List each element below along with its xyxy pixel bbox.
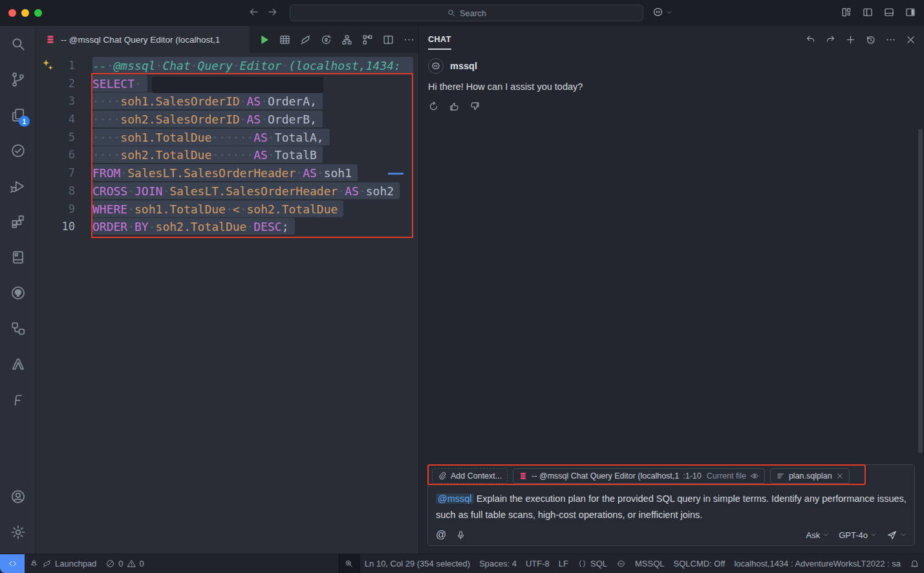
chat-header-actions	[805, 34, 916, 45]
mention-button[interactable]: @	[436, 529, 446, 541]
add-context-chip[interactable]: Add Context...	[432, 468, 508, 484]
mode-picker[interactable]: Ask	[806, 530, 830, 540]
activity-bar-fabric[interactable]	[0, 382, 36, 417]
code-line-1[interactable]: 1--·@mssql·Chat·Query·Editor·(localhost,…	[36, 57, 418, 75]
activity-bar-github[interactable]	[0, 275, 36, 310]
toggle-panel-icon[interactable]	[883, 6, 895, 18]
mic-icon[interactable]	[455, 530, 466, 541]
chat-history-icon[interactable]	[865, 34, 876, 45]
tab-mssql-chat-query-editor[interactable]: -- @mssql Chat Query Editor (localhost,1	[36, 26, 250, 53]
status-connection-info[interactable]: localhost,1434 : AdventureWorksLT2022 : …	[729, 554, 905, 573]
code-line-7[interactable]: 7FROM·SalesLT.SalesOrderHeader·AS·soh1	[36, 164, 418, 182]
status-launchpad[interactable]: Launchpad	[25, 554, 101, 573]
chip-label: -- @mssql Chat Query Editor (localhost,1	[532, 471, 679, 481]
chat-input-box[interactable]: Add Context...-- @mssql Chat Query Edito…	[427, 464, 915, 546]
status-remote-indicator[interactable]	[0, 554, 25, 573]
status-zoom-indicator[interactable]	[338, 554, 360, 573]
activity-bar-notebooks[interactable]	[0, 239, 36, 275]
tab-chat[interactable]: CHAT	[428, 26, 451, 53]
status-text: Ln 10, Col 29 (354 selected)	[365, 559, 470, 568]
thumbs-down-icon[interactable]	[469, 101, 480, 112]
layout-controls	[841, 6, 916, 18]
activity-bar-source-control[interactable]	[0, 61, 36, 97]
change-connection-icon[interactable]	[320, 34, 332, 46]
back-icon[interactable]	[248, 6, 260, 18]
status-copilot-status[interactable]	[612, 554, 630, 573]
activity-bar-task-checklist[interactable]	[0, 133, 36, 168]
customize-layout-icon[interactable]	[841, 6, 852, 18]
model-picker[interactable]: GPT-4o	[839, 530, 877, 540]
status-text: LF	[559, 559, 568, 568]
activity-bar-search[interactable]	[0, 26, 36, 61]
current-file-chip[interactable]: -- @mssql Chat Query Editor (localhost,1…	[513, 468, 765, 484]
forward-icon[interactable]	[266, 6, 279, 18]
code-line-4[interactable]: 4····soh2.SalesOrderID·AS·OrderB,	[36, 111, 418, 129]
line-number: 8	[36, 182, 92, 200]
status-language-mode[interactable]: SQL	[573, 554, 612, 573]
status-cursor-position[interactable]: Ln 10, Col 29 (354 selected)	[360, 554, 475, 573]
close-window-button[interactable]	[8, 9, 16, 17]
code-line-8[interactable]: 8CROSS·JOIN·SalesLT.SalesOrderHeader·AS·…	[36, 182, 418, 200]
results-grid-icon[interactable]	[279, 34, 291, 46]
status-notifications[interactable]	[905, 554, 924, 573]
code-line-9[interactable]: 9WHERE·soh1.TotalDue·<·soh2.TotalDue	[36, 200, 418, 219]
code-line-10[interactable]: 10ORDER·BY·soh2.TotalDue·DESC;	[36, 218, 418, 236]
blue-marker	[388, 173, 403, 175]
toggle-secondary-sidebar-icon[interactable]	[905, 6, 916, 18]
split-editor-icon[interactable]	[382, 34, 394, 46]
code-line-6[interactable]: 6····soh2.TotalDue······AS·TotalB	[36, 146, 418, 164]
more-actions-icon[interactable]	[403, 34, 415, 46]
chat-close-icon[interactable]	[905, 34, 916, 45]
thumbs-up-icon[interactable]	[449, 101, 460, 112]
chat-input-text[interactable]: @mssql Explain the execution plan for th…	[428, 487, 914, 523]
chat-scrollbar[interactable]	[918, 129, 923, 453]
status-problems[interactable]: 00	[101, 554, 148, 573]
status-eol[interactable]: LF	[554, 554, 573, 573]
run-query-icon[interactable]	[258, 34, 270, 46]
chat-redo-icon[interactable]	[825, 34, 836, 45]
code-line-5[interactable]: 5····soh1.TotalDue······AS·TotalA,	[36, 129, 418, 147]
estimated-plan-icon[interactable]	[341, 34, 353, 46]
search-icon	[10, 36, 27, 52]
selection-highlight: ····soh1.SalesOrderID·AS·OrderA,	[92, 92, 323, 109]
actual-plan-icon[interactable]	[361, 34, 374, 46]
status-mssql-provider[interactable]: MSSQL	[630, 554, 669, 573]
code-editor[interactable]: 1--·@mssql·Chat·Query·Editor·(localhost,…	[36, 53, 418, 554]
redaction-block	[152, 77, 323, 93]
status-sqlcmd-status[interactable]: SQLCMD: Off	[669, 554, 730, 573]
code-line-3[interactable]: 3····soh1.SalesOrderID·AS·OrderA,	[36, 92, 418, 111]
chat-panel-header: CHAT	[419, 26, 924, 53]
activity-bar-explorer[interactable]: 1	[0, 97, 36, 133]
vscode-window: Search 1 -- @mssql Chat Query Editor (lo…	[0, 0, 924, 573]
activity-bar-run-debug[interactable]	[0, 168, 36, 204]
disconnect-icon[interactable]	[299, 34, 312, 46]
braces-icon	[577, 559, 587, 568]
send-button[interactable]	[886, 530, 907, 541]
toggle-primary-sidebar-icon[interactable]	[862, 6, 874, 18]
chat-undo-icon[interactable]	[805, 34, 816, 45]
copilot-sparkle-icon[interactable]	[41, 58, 55, 72]
copilot-menu[interactable]	[652, 6, 672, 18]
activity-bar-extensions[interactable]	[0, 204, 36, 239]
visibility-icon[interactable]	[750, 471, 759, 481]
remote-icon	[8, 559, 17, 568]
selection-highlight: ····soh2.TotalDue······AS·TotalB	[92, 146, 323, 163]
plan-file-chip[interactable]: plan.sqlplan	[770, 468, 850, 484]
activity-bar-accounts[interactable]	[0, 479, 36, 514]
zoom-window-button[interactable]	[34, 9, 42, 17]
activity-bar-azure[interactable]	[0, 346, 36, 382]
chat-new-chat-icon[interactable]	[845, 34, 856, 45]
activity-bar-settings[interactable]	[0, 514, 36, 550]
chip-close-icon[interactable]	[836, 472, 844, 480]
mention-mssql: @mssql	[436, 493, 474, 504]
chat-more-icon[interactable]	[885, 34, 896, 45]
status-encoding[interactable]: UTF-8	[521, 554, 554, 573]
minimize-window-button[interactable]	[21, 9, 29, 17]
activity-bar-connections[interactable]	[0, 310, 36, 346]
status-indentation[interactable]: Spaces: 4	[475, 554, 521, 573]
selection-highlight: WHERE·soh1.TotalDue·<·soh2.TotalDue	[92, 200, 343, 217]
command-center-search[interactable]: Search	[290, 5, 643, 21]
status-text: localhost,1434 : AdventureWorksLT2022 : …	[734, 559, 901, 568]
source-control-icon	[10, 71, 27, 88]
retry-icon[interactable]	[428, 101, 439, 112]
